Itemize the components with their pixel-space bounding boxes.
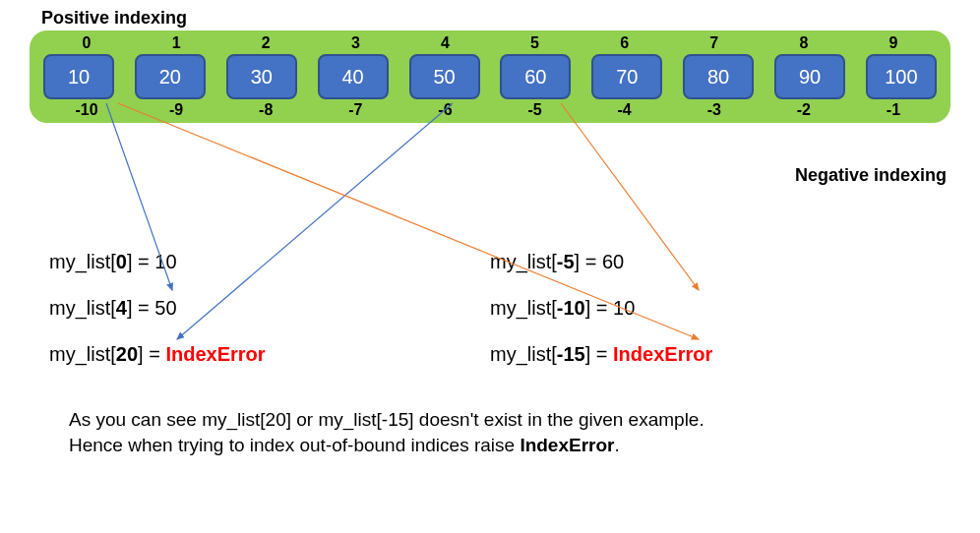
expr-pre: my_list[ [49,297,116,319]
neg-index: -6 [409,101,480,119]
expr-idx: -15 [557,343,585,365]
neg-index: -7 [320,101,391,119]
pos-index: 4 [409,34,480,52]
footer-explanation: As you can see my_list[20] or my_list[-1… [30,407,950,457]
pos-index: 1 [141,34,212,52]
expr-val: 10 [154,251,176,272]
pos-index: 6 [589,34,660,52]
expr-post: ] = [585,343,613,365]
example-line: my_list[0] = 10 [49,251,490,273]
example-line: my_list[-15] = IndexError [490,343,931,366]
expr-pre: my_list[ [490,297,557,319]
expr-pre: my_list[ [49,343,116,365]
neg-index: -1 [858,101,929,119]
footer-line2: Hence when trying to index out-of-bound … [69,433,911,458]
value-box: 50 [409,54,480,99]
values-row: 10 20 30 40 50 60 70 80 90 100 [43,52,937,101]
neg-index: -2 [768,101,839,119]
pos-index: 5 [500,34,571,52]
expr-val: 50 [154,297,176,319]
expr-post: ] = [138,343,165,365]
expr-idx: 20 [116,343,138,365]
negative-indexing-label: Negative indexing [795,165,947,186]
footer-line2-bold: IndexError [520,435,614,455]
value-box: 80 [683,54,754,99]
value-box: 30 [226,54,297,99]
pos-index: 0 [51,34,122,52]
neg-index: -8 [230,101,301,119]
neg-index: -5 [500,101,571,119]
expr-idx: -5 [557,251,575,272]
value-box: 10 [43,54,114,99]
example-line: my_list[4] = 50 [49,297,490,320]
expr-val: 60 [602,251,624,272]
array-container: 0 1 2 3 4 5 6 7 8 9 10 20 30 40 50 60 70… [30,30,950,123]
pos-index: 8 [768,34,839,52]
positive-index-row: 0 1 2 3 4 5 6 7 8 9 [43,34,937,52]
footer-line2-pre: Hence when trying to index out-of-bound … [69,435,520,455]
footer-line2-post: . [614,435,619,455]
value-box: 40 [318,54,389,99]
value-box: 90 [774,54,845,99]
negative-index-row: -10 -9 -8 -7 -6 -5 -4 -3 -2 -1 [43,101,937,119]
neg-index: -4 [589,101,660,119]
neg-index: -3 [679,101,750,119]
left-examples: my_list[0] = 10 my_list[4] = 50 my_list[… [49,251,490,389]
expr-post: ] = [575,251,602,272]
pos-index: 3 [320,34,391,52]
example-line: my_list[-10] = 10 [490,297,931,320]
value-box: 60 [500,54,571,99]
expr-pre: my_list[ [490,251,557,272]
value-box: 100 [866,54,937,99]
pos-index: 9 [858,34,929,52]
expr-post: ] = [585,297,613,319]
neg-index: -9 [141,101,212,119]
expr-pre: my_list[ [490,343,557,365]
expr-err: IndexError [613,343,712,365]
expr-idx: -10 [557,297,585,319]
expr-idx: 4 [116,297,127,319]
neg-index: -10 [51,101,122,119]
value-box: 70 [591,54,662,99]
value-box: 20 [135,54,206,99]
expr-post: ] = [127,251,154,272]
example-line: my_list[-5] = 60 [490,251,931,273]
right-examples: my_list[-5] = 60 my_list[-10] = 10 my_li… [490,251,931,389]
examples-section: my_list[0] = 10 my_list[4] = 50 my_list[… [30,251,950,389]
pos-index: 2 [230,34,301,52]
pos-index: 7 [679,34,750,52]
expr-pre: my_list[ [49,251,116,272]
expr-err: IndexError [165,343,265,365]
positive-indexing-label: Positive indexing [41,8,950,29]
expr-post: ] = [127,297,154,319]
example-line: my_list[20] = IndexError [49,343,490,366]
expr-val: 10 [613,297,635,319]
footer-line1: As you can see my_list[20] or my_list[-1… [69,407,911,433]
expr-idx: 0 [116,251,127,272]
